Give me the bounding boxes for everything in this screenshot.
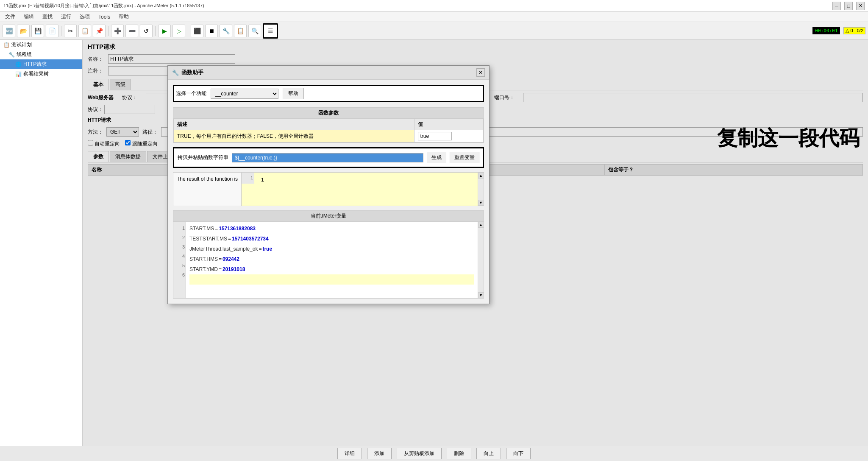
stop-button[interactable]: ⬛ [191, 25, 203, 37]
start-no-pause-button[interactable]: ▷ [172, 25, 185, 37]
open-button[interactable]: 📂 [17, 25, 30, 37]
add-from-clipboard-button[interactable]: 从剪贴板添加 [397, 448, 442, 459]
toolbar: 🆕 📂 💾 📄 ✂ 📋 📌 ➕ ➖ ↺ ▶ ▷ ⬛ ⏹ 🔧 📋 🔍 ☰ 00:0… [0, 22, 868, 40]
templates-button[interactable]: 📋 [234, 25, 247, 37]
title-bar: 11函数.jmx (E:\营销视频\10月接口营销\入门篇\jmx\11函数.j… [0, 0, 868, 12]
tools-button[interactable]: 🔧 [220, 25, 232, 37]
help-button[interactable]: 帮助 [283, 88, 304, 99]
thread-group-icon: 🔧 [8, 52, 15, 58]
bottom-bar: 详细 添加 从剪贴板添加 删除 向上 向下 [0, 446, 868, 461]
var-linenum-1: 1 [174, 224, 185, 233]
menu-tools[interactable]: Tools [97, 13, 112, 21]
var-row-5: START.YMD = 20191018 [189, 264, 474, 274]
result-label: The result of the function is [173, 173, 242, 206]
generate-button[interactable]: 生成 [427, 152, 446, 163]
menu-run[interactable]: 运行 [59, 12, 73, 21]
scroll-up-arrow[interactable]: ▲ [478, 173, 484, 179]
func-string-row: 拷贝并粘贴函数字符串 生成 重置变量 [173, 147, 484, 168]
menu-edit[interactable]: 编辑 [22, 12, 36, 21]
search-toolbar-button[interactable]: 🔍 [248, 25, 261, 37]
detail-button[interactable]: 详细 [337, 448, 362, 459]
menu-bar: 文件 编辑 查找 运行 选项 Tools 帮助 [0, 12, 868, 22]
var-linenum-2: 2 [174, 233, 185, 242]
new-button[interactable]: 🆕 [3, 25, 15, 37]
vars-content: 1 2 3 4 5 6 START.MS = [173, 222, 484, 298]
menu-help[interactable]: 帮助 [117, 12, 131, 21]
minimize-button[interactable]: ─ [832, 2, 841, 10]
add-button[interactable]: ➕ [111, 25, 124, 37]
dialog-close-button[interactable]: ✕ [476, 68, 485, 77]
move-up-button[interactable]: 向上 [476, 448, 501, 459]
function-helper-button[interactable]: ☰ [263, 23, 278, 39]
var-key-1: START.MS [189, 224, 214, 234]
var-key-3: JMeterThread.last_sample_ok [189, 244, 258, 254]
result-scrollbar[interactable]: ▲ ▼ [478, 173, 484, 206]
toolbar-right: 00:00:01 △ 0 0/2 [812, 27, 865, 34]
start-button[interactable]: ▶ [158, 25, 171, 37]
delete-button[interactable]: 删除 [447, 448, 471, 459]
copy-button[interactable]: 📋 [78, 25, 91, 37]
param1-input[interactable] [418, 132, 452, 140]
var-val-3: true [262, 244, 272, 254]
dialog-title-icon: 🔧 [172, 70, 179, 76]
warning-badge: △ 0 0/2 [843, 27, 865, 34]
dialog-title-text: 函数助手 [181, 69, 203, 76]
params-table: 描述 值 TRUE，每个用户有自己的计数器；FALSE，使用全局计数器 [173, 119, 484, 142]
var-val-2: 1571403572734 [232, 234, 269, 244]
sidebar-item-test-plan[interactable]: 📋 测试计划 [0, 40, 82, 50]
var-linenum-3: 3 [174, 242, 185, 251]
window-title: 11函数.jmx (E:\营销视频\10月接口营销\入门篇\jmx\11函数.j… [3, 3, 204, 9]
dialog-overlay: 🔧 函数助手 ✕ 选择一个功能 __counter __Random __t [83, 40, 868, 446]
maximize-button[interactable]: □ [844, 2, 853, 10]
main-layout: 📋 测试计划 🔧 线程组 🌐 HTTP请求 📊 察看结果树 HTTP请求 名称：… [0, 40, 868, 446]
close-button[interactable]: ✕ [856, 2, 865, 10]
var-key-5: START.YMD [189, 264, 218, 274]
var-val-5: 20191018 [223, 264, 245, 274]
menu-options[interactable]: 选项 [78, 12, 92, 21]
var-key-4: START.HMS [189, 254, 218, 264]
dialog-title: 🔧 函数助手 [172, 69, 203, 76]
sep1 [61, 26, 61, 36]
save-as-button[interactable]: 📄 [46, 25, 58, 37]
vars-scroll-down[interactable]: ▼ [478, 292, 484, 298]
move-down-button[interactable]: 向下 [506, 448, 531, 459]
param1-desc: TRUE，每个用户有自己的计数器；FALSE，使用全局计数器 [174, 130, 415, 142]
dialog-body: 选择一个功能 __counter __Random __time 帮助 函数参数 [168, 80, 489, 304]
sep3 [155, 26, 156, 36]
func-select[interactable]: __counter __Random __time [211, 89, 278, 99]
test-plan-icon: 📋 [3, 42, 10, 48]
result-content: 1 1 [242, 173, 478, 206]
result-value-line: 1 [259, 176, 474, 184]
sidebar-item-thread-group[interactable]: 🔧 线程组 [0, 50, 82, 59]
add-button-bottom[interactable]: 添加 [367, 448, 392, 459]
sidebar-item-view-results[interactable]: 📊 察看结果树 [0, 69, 82, 79]
reset-button[interactable]: ↺ [140, 25, 153, 37]
vars-scroll-up[interactable]: ▲ [478, 222, 484, 228]
param1-val [415, 130, 484, 142]
menu-search[interactable]: 查找 [41, 12, 54, 21]
var-val-1: 1571361882083 [219, 224, 256, 234]
function-helper-dialog: 🔧 函数助手 ✕ 选择一个功能 __counter __Random __t [167, 65, 490, 304]
remove-button[interactable]: ➖ [125, 25, 138, 37]
reset-var-button[interactable]: 重置变量 [450, 152, 479, 163]
func-string-input[interactable] [232, 153, 423, 162]
vars-line-nums: 1 2 3 4 5 6 [173, 222, 186, 298]
var-linenum-5: 5 [174, 261, 185, 270]
func-params-header: 函数参数 [173, 108, 484, 119]
sidebar-item-http-request[interactable]: 🌐 HTTP请求 [0, 59, 82, 69]
vars-scrollbar[interactable]: ▲ ▼ [478, 222, 484, 298]
var-linenum-6: 6 [174, 270, 185, 279]
paste-button[interactable]: 📌 [93, 25, 106, 37]
line-num-1: 1 [242, 174, 253, 182]
var-linenum-4: 4 [174, 251, 185, 261]
save-button[interactable]: 💾 [31, 25, 44, 37]
cut-button[interactable]: ✂ [64, 25, 77, 37]
jmeter-vars-section: 当前JMeter变量 1 2 3 4 5 6 [173, 210, 484, 299]
var-row-3: JMeterThread.last_sample_ok = true [189, 244, 474, 254]
menu-file[interactable]: 文件 [3, 12, 17, 21]
func-string-label: 拷贝并粘贴函数字符串 [178, 154, 228, 161]
scroll-down-arrow[interactable]: ▼ [478, 200, 484, 206]
shutdown-button[interactable]: ⏹ [205, 25, 218, 37]
timer-display: 00:00:01 [812, 27, 840, 34]
window-controls: ─ □ ✕ [832, 2, 865, 10]
